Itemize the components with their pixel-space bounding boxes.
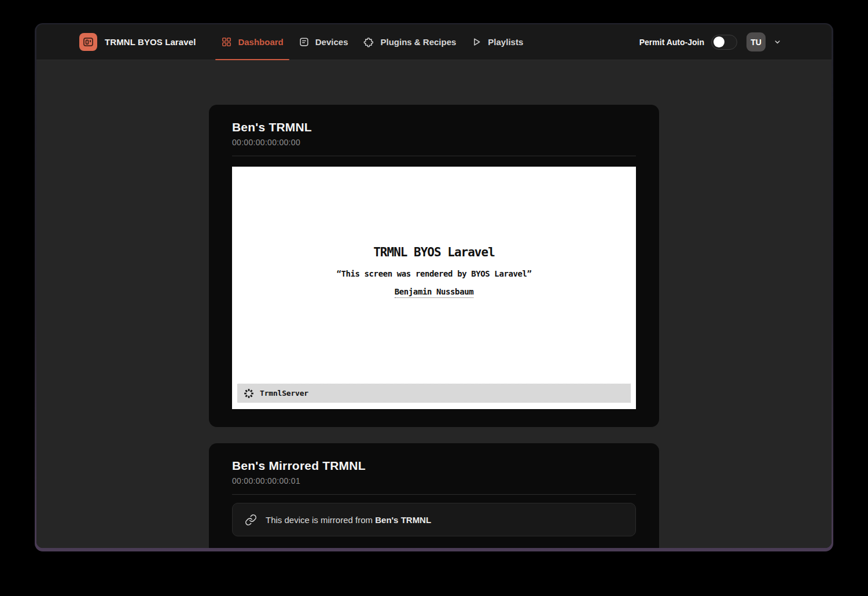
puzzle-icon xyxy=(363,36,374,48)
screen-status-bar-label: TrmnlServer xyxy=(260,389,308,398)
divider xyxy=(232,156,636,156)
app-title: TRMNL BYOS Laravel xyxy=(105,37,196,47)
device-name: Ben's TRMNL xyxy=(232,120,636,134)
nav-tab-label: Plugins & Recipes xyxy=(380,37,456,47)
screen-author-link: Benjamin Nussbaum xyxy=(395,287,474,298)
navbar: TRMNL BYOS Laravel Dashboard xyxy=(36,24,832,60)
play-icon xyxy=(471,36,482,47)
device-name: Ben's Mirrored TRMNL xyxy=(232,459,636,473)
app-window-frame: TRMNL BYOS Laravel Dashboard xyxy=(35,23,833,551)
mirror-source-name: Ben's TRMNL xyxy=(375,515,431,525)
device-mac-address: 00:00:00:00:00:01 xyxy=(232,476,636,485)
toggle-knob xyxy=(713,36,724,47)
device-mac-address: 00:00:00:00:00:00 xyxy=(232,138,636,147)
nav-tab-label: Playlists xyxy=(488,37,523,47)
nav-tab-label: Devices xyxy=(315,37,348,47)
device-icon xyxy=(299,36,310,47)
mirror-note-text: This device is mirrored from Ben's TRMNL xyxy=(266,515,431,525)
device-card-bens-mirrored-trmnl: Ben's Mirrored TRMNL 00:00:00:00:00:01 T… xyxy=(209,443,659,548)
device-screen-preview: TRMNL BYOS Laravel “This screen was rend… xyxy=(232,167,636,409)
nav-right: Permit Auto-Join TU xyxy=(639,32,782,51)
screen-quote: “This screen was rendered by BYOS Larave… xyxy=(336,269,531,278)
nav-tab-label: Dashboard xyxy=(238,37,283,47)
grid-icon xyxy=(221,36,232,47)
brand[interactable]: TRMNL BYOS Laravel xyxy=(79,33,196,51)
screen-status-bar: TrmnlServer xyxy=(237,384,631,403)
mirror-note-panel: This device is mirrored from Ben's TRMNL xyxy=(232,503,636,536)
dashboard-content: Ben's TRMNL 00:00:00:00:00:00 TRMNL BYOS… xyxy=(36,60,832,548)
trmnl-logo-icon xyxy=(79,33,97,51)
nav-tab-devices[interactable]: Devices xyxy=(291,24,356,60)
permit-auto-join-toggle[interactable] xyxy=(711,35,737,50)
app-window: TRMNL BYOS Laravel Dashboard xyxy=(36,24,832,548)
permit-auto-join-label: Permit Auto-Join xyxy=(639,38,704,47)
chevron-down-icon[interactable] xyxy=(773,38,782,46)
nav-tab-dashboard[interactable]: Dashboard xyxy=(214,24,290,60)
user-avatar[interactable]: TU xyxy=(746,32,766,51)
link-icon xyxy=(245,514,257,526)
divider xyxy=(232,494,636,495)
screen-title: TRMNL BYOS Laravel xyxy=(373,245,495,259)
nav-tab-playlists[interactable]: Playlists xyxy=(464,24,531,60)
nav-tab-plugins[interactable]: Plugins & Recipes xyxy=(355,24,464,60)
spinner-icon xyxy=(244,388,254,399)
main-nav: Dashboard Devices xyxy=(214,24,531,60)
device-card-bens-trmnl: Ben's TRMNL 00:00:00:00:00:00 TRMNL BYOS… xyxy=(209,105,659,427)
